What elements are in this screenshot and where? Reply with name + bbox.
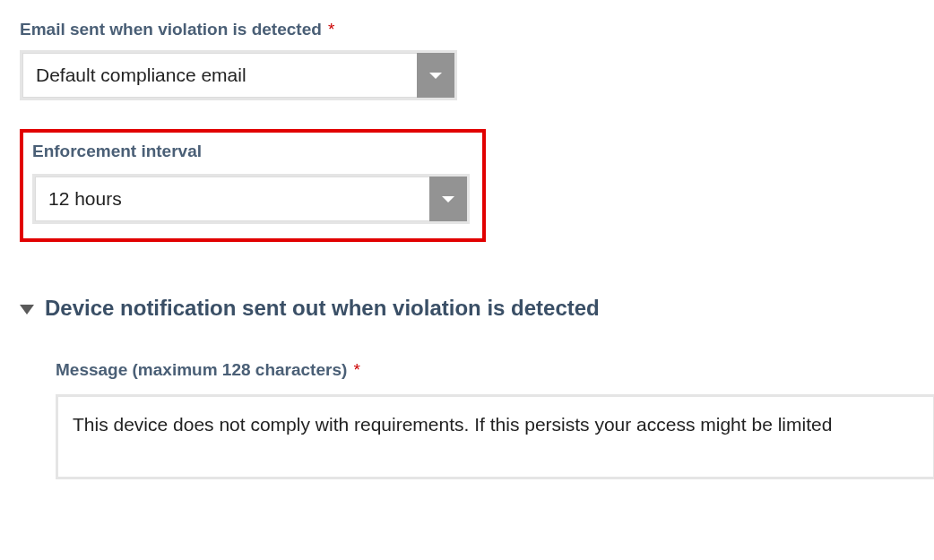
message-label-text: Message (maximum 128 characters) <box>56 360 347 379</box>
email-violation-select[interactable]: Default compliance email <box>20 50 457 100</box>
enforcement-interval-select-value: 12 hours <box>35 177 429 221</box>
chevron-down-icon <box>429 73 442 79</box>
email-violation-field: Email sent when violation is detected * … <box>20 20 934 100</box>
message-textarea[interactable]: This device does not comply with require… <box>56 394 934 479</box>
enforcement-interval-label: Enforcement interval <box>32 142 473 161</box>
email-violation-label: Email sent when violation is detected * <box>20 20 934 39</box>
device-notification-title: Device notification sent out when violat… <box>45 296 600 321</box>
enforcement-interval-highlight: Enforcement interval 12 hours <box>20 129 486 242</box>
enforcement-interval-select-caret[interactable] <box>429 177 467 221</box>
required-indicator: * <box>354 360 360 379</box>
email-violation-select-value: Default compliance email <box>22 53 417 98</box>
disclosure-triangle-icon <box>20 305 34 314</box>
email-violation-select-caret[interactable] <box>417 53 454 98</box>
chevron-down-icon <box>442 196 454 202</box>
enforcement-interval-select[interactable]: 12 hours <box>32 174 470 224</box>
device-notification-header[interactable]: Device notification sent out when violat… <box>20 296 934 321</box>
required-indicator: * <box>328 20 334 39</box>
email-violation-label-text: Email sent when violation is detected <box>20 20 322 39</box>
device-notification-body: Message (maximum 128 characters) * This … <box>20 360 934 479</box>
message-label: Message (maximum 128 characters) * <box>56 360 934 380</box>
